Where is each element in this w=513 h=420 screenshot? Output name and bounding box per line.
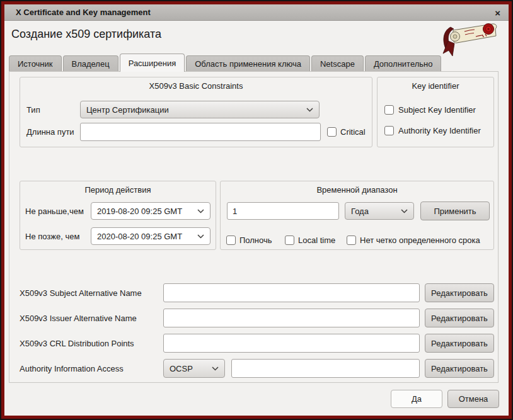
titlebar[interactable]: X Certificate and Key management × <box>4 4 509 21</box>
local-time-checkbox[interactable] <box>285 236 294 245</box>
not-before-combobox[interactable]: 2019-08-20 09:25 GMT <box>91 202 210 220</box>
validity-group: Период действия Не раньше,чем 2019-08-20… <box>20 181 216 250</box>
basic-constraints-title: X509v3 Basic Constraints <box>20 81 372 91</box>
authority-info-access-input[interactable] <box>231 359 420 378</box>
not-before-value: 2019-08-20 09:25 GMT <box>97 207 182 216</box>
tab-netscape[interactable]: Netscape <box>311 55 364 72</box>
time-range-number-input[interactable] <box>227 202 339 220</box>
ok-button[interactable]: Да <box>391 390 442 408</box>
subject-alt-name-label: X509v3 Subject Alternative Name <box>20 283 142 302</box>
path-length-input[interactable] <box>80 123 321 141</box>
xca-scroll-rose-logo <box>438 21 501 57</box>
tab-content-pane: X509v3 Basic Constraints Тип Центр Серти… <box>9 71 499 383</box>
local-time-label: Local time <box>298 232 335 248</box>
path-length-label: Длинна пути <box>26 123 74 141</box>
time-unit-combobox[interactable]: Года <box>345 202 414 220</box>
authority-info-access-type-value: OCSP <box>170 364 193 373</box>
issuer-alt-name-label: X509v3 Issuer Alternative Name <box>20 309 137 327</box>
issuer-alt-name-edit-button[interactable]: Редактировать <box>425 309 494 327</box>
close-icon[interactable]: × <box>495 4 500 21</box>
issuer-alt-name-input[interactable] <box>163 309 420 327</box>
ca-type-value: Центр Сертификации <box>86 105 169 115</box>
cancel-button[interactable]: Отмена <box>447 390 499 408</box>
crl-distribution-points-label: X509v3 CRL Distribution Points <box>20 334 134 353</box>
not-after-combobox[interactable]: 2020-08-20 09:25 GMT <box>91 227 210 245</box>
no-well-defined-expiration-label: Нет четко определенного срока <box>360 232 480 248</box>
no-well-defined-expiration-checkbox[interactable] <box>347 236 356 245</box>
midnight-label: Полночь <box>239 232 272 248</box>
subject-alt-name-input[interactable] <box>163 283 420 302</box>
crl-distribution-points-input[interactable] <box>163 334 420 353</box>
ca-type-combobox[interactable]: Центр Сертификации <box>80 101 320 118</box>
subject-key-identifier-label: Subject Key Identifier <box>398 101 476 118</box>
tab-bar: Источник Владелец Расширения Область при… <box>9 54 442 72</box>
time-range-title: Временной диапазон <box>221 185 493 195</box>
window-title: X Certificate and Key management <box>4 8 151 17</box>
app-window: X Certificate and Key management × Созда… <box>1 1 512 419</box>
time-unit-value: Года <box>351 207 369 216</box>
basic-constraints-group: X509v3 Basic Constraints Тип Центр Серти… <box>20 77 372 147</box>
subject-alt-name-edit-button[interactable]: Редактировать <box>425 283 494 302</box>
chevron-down-icon <box>197 234 204 239</box>
crl-distribution-points-edit-button[interactable]: Редактировать <box>425 334 494 353</box>
chevron-down-icon <box>197 209 204 213</box>
page-title: Создание x509 сертификата <box>11 28 161 41</box>
not-after-value: 2020-08-20 09:25 GMT <box>97 232 182 241</box>
validity-title: Период действия <box>20 185 216 195</box>
apply-button[interactable]: Применить <box>420 201 490 220</box>
chevron-down-icon <box>212 366 219 371</box>
not-after-label: Не позже, чем <box>25 227 79 245</box>
authority-info-access-edit-button[interactable]: Редактировать <box>425 359 494 378</box>
authority-info-access-type-combobox[interactable]: OCSP <box>163 359 225 378</box>
tab-subject[interactable]: Владелец <box>63 55 118 72</box>
tab-extensions[interactable]: Расширения <box>120 54 185 72</box>
authority-info-access-label: Authority Information Access <box>20 359 124 378</box>
tab-source[interactable]: Источник <box>9 55 62 72</box>
tab-key-usage[interactable]: Область применения ключа <box>186 55 310 72</box>
not-before-label: Не раньше,чем <box>25 202 84 220</box>
key-identifier-group: Key identifier Subject Key Identifier Au… <box>377 77 494 147</box>
key-identifier-title: Key identifier <box>378 81 493 91</box>
type-label: Тип <box>26 101 40 118</box>
tab-advanced[interactable]: Дополнительно <box>365 55 442 72</box>
chevron-down-icon <box>306 108 313 112</box>
time-range-group: Временной диапазон Года Применить Полноч… <box>220 181 494 250</box>
chevron-down-icon <box>401 209 408 213</box>
window-frame: X Certificate and Key management × Созда… <box>0 0 513 420</box>
critical-label: Critical <box>340 123 366 141</box>
authority-key-identifier-label: Authority Key Identifier <box>398 122 481 139</box>
midnight-checkbox[interactable] <box>226 236 236 245</box>
authority-key-identifier-checkbox[interactable] <box>384 126 394 135</box>
critical-checkbox[interactable] <box>327 127 337 137</box>
subject-key-identifier-checkbox[interactable] <box>384 105 394 115</box>
